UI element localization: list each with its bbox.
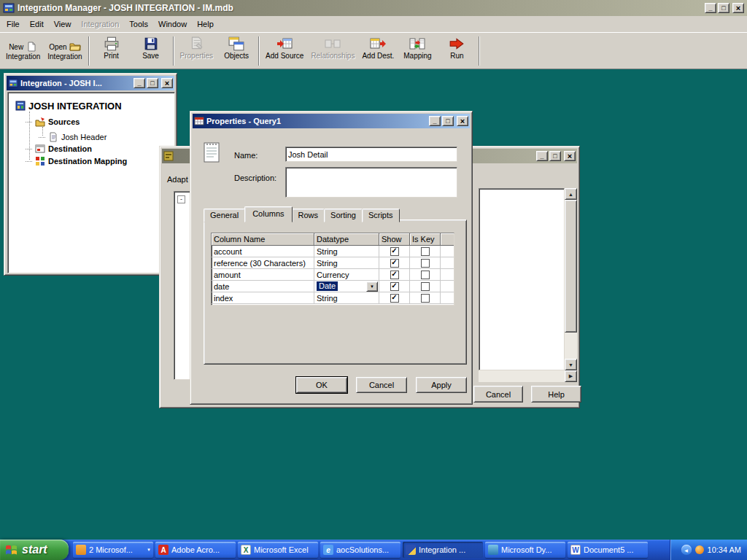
properties-dialog-titlebar[interactable]: Properties - Query1 _ □ × — [193, 114, 470, 128]
column-name-cell[interactable]: amount — [212, 269, 314, 281]
tray-chevron-icon[interactable]: ◀ — [681, 545, 692, 555]
menu-window[interactable]: Window — [153, 18, 192, 31]
close-icon[interactable]: × — [732, 3, 744, 13]
column-name-cell[interactable]: index — [212, 292, 314, 304]
table-row[interactable]: reference (30 Characters) String ✓ ✓ — [212, 257, 454, 269]
is-key-cell[interactable]: ✓ — [410, 257, 441, 269]
tree-item-sources[interactable]: Sources — [26, 116, 80, 128]
datatype-cell[interactable]: String — [314, 292, 379, 304]
toolbar-add-dest-button[interactable]: Add Dest. — [358, 34, 398, 68]
taskbar-button-excel[interactable]: X Microsoft Excel — [238, 542, 318, 558]
show-cell[interactable]: ✓ — [379, 257, 410, 269]
cancel-button[interactable]: Cancel — [473, 386, 523, 402]
header-column-name[interactable]: Column Name — [212, 233, 314, 246]
show-checkbox[interactable]: ✓ — [390, 259, 399, 268]
toolbar-add-source-button[interactable]: Add Source — [262, 34, 307, 68]
show-checkbox[interactable]: ✓ — [390, 271, 399, 279]
menu-help[interactable]: Help — [192, 18, 219, 31]
minimize-icon[interactable]: _ — [705, 3, 716, 13]
apply-button[interactable]: Apply — [416, 377, 467, 393]
taskbar-button-acrobat[interactable]: A Adobe Acro... — [155, 542, 236, 558]
tab-sorting[interactable]: Sorting — [324, 209, 363, 222]
cancel-button[interactable]: Cancel — [356, 377, 407, 393]
toolbar-run-button[interactable]: Run — [437, 34, 476, 68]
is-key-checkbox[interactable]: ✓ — [421, 271, 430, 279]
datatype-combo-cell[interactable]: Date ▼ — [314, 281, 379, 292]
close-icon[interactable]: × — [161, 78, 173, 88]
close-icon[interactable]: × — [457, 116, 468, 126]
tab-scripts[interactable]: Scripts — [362, 209, 400, 222]
taskbar-button-browser[interactable]: e aocSolutions... — [320, 542, 400, 558]
toolbar-objects-button[interactable]: Objects — [217, 34, 256, 68]
tray-notification-icon[interactable] — [695, 545, 704, 554]
minimize-icon[interactable]: _ — [429, 116, 441, 126]
tab-rows[interactable]: Rows — [292, 209, 325, 222]
header-show[interactable]: Show — [379, 233, 410, 246]
close-icon[interactable]: × — [564, 151, 576, 161]
toolbar-print-button[interactable]: Print — [92, 34, 131, 68]
adapter-detail-list[interactable] — [479, 188, 565, 370]
header-datatype[interactable]: Datatype — [314, 233, 379, 246]
clock[interactable]: 10:34 AM — [708, 545, 741, 554]
show-cell[interactable]: ✓ — [379, 281, 410, 292]
column-name-cell[interactable]: account — [212, 246, 314, 257]
table-row[interactable]: account String ✓ ✓ — [212, 246, 454, 257]
ok-button[interactable]: OK — [296, 377, 347, 393]
is-key-checkbox[interactable]: ✓ — [421, 259, 430, 268]
table-row-selected[interactable]: date Date ▼ ✓ ✓ — [212, 281, 454, 292]
is-key-checkbox[interactable]: ✓ — [421, 282, 430, 291]
table-row[interactable]: index String ✓ ✓ — [212, 292, 454, 304]
maximize-icon[interactable]: □ — [147, 78, 158, 88]
is-key-cell[interactable]: ✓ — [410, 281, 441, 292]
is-key-cell[interactable]: ✓ — [410, 246, 441, 257]
horizontal-scrollbar[interactable]: ▶ — [479, 370, 577, 382]
datatype-cell[interactable]: Currency — [314, 269, 379, 281]
is-key-cell[interactable]: ✓ — [410, 269, 441, 281]
taskbar-button-word[interactable]: W Document5 ... — [568, 542, 648, 558]
main-titlebar[interactable]: Integration Manager - JOSH INTEGRATION -… — [0, 0, 747, 16]
show-checkbox[interactable]: ✓ — [390, 247, 399, 256]
show-cell[interactable]: ✓ — [379, 246, 410, 257]
toolbar-open-integration-button[interactable]: Open Integration — [44, 34, 85, 68]
scroll-right-icon[interactable]: ▶ — [565, 370, 577, 382]
column-name-cell[interactable]: date — [212, 281, 314, 292]
toolbar-save-button[interactable]: Save — [131, 34, 171, 68]
show-cell[interactable]: ✓ — [379, 292, 410, 304]
toolbar-new-integration-button[interactable]: New Integration — [2, 34, 44, 68]
taskbar-button-integration[interactable]: Integration ... — [403, 542, 483, 558]
taskbar-button-dynamics[interactable]: Microsoft Dy... — [485, 542, 565, 558]
maximize-icon[interactable]: □ — [549, 151, 561, 161]
help-button[interactable]: Help — [531, 386, 581, 402]
description-input[interactable] — [285, 167, 457, 198]
show-checkbox[interactable]: ✓ — [390, 294, 399, 303]
name-input[interactable] — [285, 147, 457, 162]
tree-collapse-icon[interactable]: - — [177, 195, 185, 203]
menu-view[interactable]: View — [49, 18, 77, 31]
tree-item-josh-header[interactable]: Josh Header — [39, 131, 107, 143]
taskbar-button-grouped[interactable]: 2 Microsof... ▼ — [73, 542, 153, 558]
minimize-icon[interactable]: _ — [536, 151, 548, 161]
is-key-checkbox[interactable]: ✓ — [421, 294, 430, 303]
table-row[interactable]: amount Currency ✓ ✓ — [212, 269, 454, 281]
menu-edit[interactable]: Edit — [25, 18, 49, 31]
column-name-cell[interactable]: reference (30 Characters) — [212, 257, 314, 269]
tree-item-josh-integration[interactable]: JOSH INTEGRATION — [15, 99, 122, 112]
is-key-cell[interactable]: ✓ — [410, 292, 441, 304]
integration-window-titlebar[interactable]: Integration - JOSH I... _ □ × — [7, 76, 174, 90]
scroll-up-icon[interactable]: ▲ — [565, 188, 577, 200]
is-key-checkbox[interactable]: ✓ — [421, 247, 430, 256]
dropdown-icon[interactable]: ▼ — [366, 281, 378, 292]
vertical-scrollbar[interactable]: ▲ ▼ — [565, 188, 577, 370]
scrollbar-thumb[interactable] — [565, 200, 577, 332]
header-is-key[interactable]: Is Key — [410, 233, 441, 246]
tab-columns[interactable]: Columns — [244, 206, 292, 222]
maximize-icon[interactable]: □ — [442, 116, 454, 126]
restore-icon[interactable]: □ — [718, 3, 729, 13]
tab-general[interactable]: General — [204, 209, 245, 222]
datatype-cell[interactable]: String — [314, 257, 379, 269]
scroll-down-icon[interactable]: ▼ — [565, 359, 577, 370]
minimize-icon[interactable]: _ — [133, 78, 145, 88]
menu-tools[interactable]: Tools — [124, 18, 153, 31]
tree-item-destination-mapping[interactable]: Destination Mapping — [26, 155, 127, 167]
start-button[interactable]: start — [0, 540, 69, 560]
